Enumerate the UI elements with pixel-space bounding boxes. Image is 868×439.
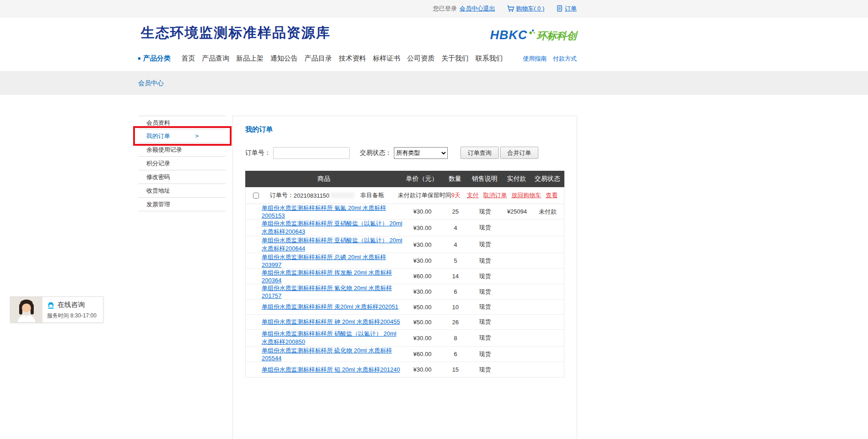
product-link[interactable]: 单组份水质监测标样标样所 硝酸盐（以氮计） 20ml 水质标样200850 xyxy=(262,330,396,345)
table-row: 单组份水质监测标样标样所 挥发酚 20ml 水质标样200364¥60.0014… xyxy=(246,269,564,284)
nav-item-5[interactable]: 产品目录 xyxy=(305,54,332,63)
sidebar-item-arrow-icon: > xyxy=(195,133,199,139)
merge-orders-button[interactable]: 合并订单 xyxy=(500,147,538,159)
qty-cell: 25 xyxy=(442,208,469,215)
order-filter-bar: 订单号： 交易状态： 所有类型 订单查询 合并订单 xyxy=(245,147,564,159)
price-cell: ¥30.00 xyxy=(403,257,442,264)
nav-item-10[interactable]: 联系我们 xyxy=(475,54,503,63)
product-cell: 单组份水质监测标样标样所 挥发酚 20ml 水质标样200364 xyxy=(246,269,403,284)
sidebar-item-1[interactable]: 会员资料 xyxy=(138,116,226,129)
service-title-row: 在线咨询 xyxy=(47,301,97,309)
nav-item-7[interactable]: 标样证书 xyxy=(373,54,400,63)
qty-cell: 4 xyxy=(442,225,469,231)
product-link[interactable]: 单组份水质监测标样标样所 亚硝酸盐（以氮计） 20ml 水质标样200644 xyxy=(262,237,402,252)
order-search-button[interactable]: 订单查询 xyxy=(460,147,499,159)
order-checkbox[interactable] xyxy=(253,193,259,199)
product-link[interactable]: 单组份水质监测标样标样所 铅 20ml 水质标样201240 xyxy=(262,366,400,373)
sidebar-item-label: 发票管理 xyxy=(146,201,170,208)
service-hours: 服务时间 8:30-17:00 xyxy=(47,312,97,320)
product-link[interactable]: 单组份水质监测标样标样所 砷 20ml 水质标样200455 xyxy=(262,318,400,325)
payment-method-link[interactable]: 付款方式 xyxy=(553,55,577,63)
service-title: 在线咨询 xyxy=(57,301,85,309)
product-link[interactable]: 单组份水质监测标样标样所 亚硝酸盐（以氮计） 20ml 水质标样200643 xyxy=(262,220,402,235)
qty-cell: 10 xyxy=(442,304,469,311)
trade-status-select[interactable]: 所有类型 xyxy=(394,147,448,159)
product-cell: 单组份水质监测标样标样所 总磷 20ml 水质标样203997 xyxy=(246,253,403,268)
orders-link[interactable]: 订单 xyxy=(556,5,577,13)
sale-cell: 现货 xyxy=(469,272,501,281)
nav-product-category[interactable]: 产品分类 xyxy=(138,54,170,63)
product-cell: 单组份水质监测标样标样所 亚硝酸盐（以氮计） 20ml 水质标样200644 xyxy=(246,236,403,253)
qq-icon xyxy=(47,301,55,309)
trade-status-filter-label: 交易状态： xyxy=(360,149,392,157)
nav-item-8[interactable]: 公司资质 xyxy=(407,54,434,63)
orders-table: 商品单价（元）数量销售说明实付款交易状态 订单号： 20210831150 非目… xyxy=(245,171,564,378)
sidebar-item-label: 积分记录 xyxy=(146,160,170,167)
sidebar-item-label: 余额使用记录 xyxy=(146,146,182,153)
status-cell: 未付款 xyxy=(533,208,563,216)
order-note: 非目备瓶 xyxy=(361,191,384,199)
table-row: 单组份水质监测标样标样所 氰化物 20ml 水质标样201757¥30.006现… xyxy=(246,284,564,300)
orders-panel: 我的订单 订单号： 交易状态： 所有类型 订单查询 合并订单 商品单价（元）数量… xyxy=(232,116,577,439)
order-action-link-3[interactable]: 放回购物车 xyxy=(512,192,541,199)
sidebar-item-3[interactable]: 余额使用记录 xyxy=(138,143,226,157)
price-cell: ¥30.00 xyxy=(403,208,442,215)
cart-icon xyxy=(507,5,514,12)
company-logo: HBKC 环标科创 xyxy=(490,28,577,43)
sidebar-item-4[interactable]: 积分记录 xyxy=(138,157,226,170)
breadcrumb-band: 会员中心 xyxy=(0,71,868,95)
nav-item-4[interactable]: 通知公告 xyxy=(270,54,298,63)
sidebar-item-5[interactable]: 修改密码 xyxy=(138,170,226,184)
logo-dots-icon xyxy=(529,28,535,35)
page-title: 我的订单 xyxy=(245,125,564,134)
sidebar-item-2[interactable]: 我的订单> xyxy=(138,129,226,143)
order-action-link-1[interactable]: 支付 xyxy=(467,192,479,199)
price-cell: ¥50.00 xyxy=(403,304,442,311)
price-cell: ¥30.00 xyxy=(403,335,442,342)
nav-item-6[interactable]: 技术资料 xyxy=(339,54,366,63)
sidebar-item-6[interactable]: 收货地址 xyxy=(138,184,226,198)
member-center-logout-link[interactable]: 会员中心退出 xyxy=(460,5,495,13)
breadcrumb[interactable]: 会员中心 xyxy=(138,71,577,95)
logo-text-cn: 环标科创 xyxy=(537,29,577,43)
sale-cell: 现货 xyxy=(469,208,501,216)
nav-item-9[interactable]: 关于我们 xyxy=(441,54,469,63)
qty-cell: 26 xyxy=(442,319,469,326)
sidebar-item-7[interactable]: 发票管理 xyxy=(138,198,226,211)
product-link[interactable]: 单组份水质监测标样标样所 汞20ml 水质标样202051 xyxy=(262,303,398,310)
cart-link-label: 购物车( 0 ) xyxy=(516,5,544,13)
order-action-link-4[interactable]: 查看 xyxy=(546,192,558,199)
column-header-4: 销售说明 xyxy=(469,175,501,183)
product-link[interactable]: 单组份水质监测标样标样所 总磷 20ml 水质标样203997 xyxy=(262,254,386,268)
nav-item-1[interactable]: 首页 xyxy=(181,54,195,63)
sale-cell: 现货 xyxy=(469,366,501,374)
product-link[interactable]: 单组份水质监测标样标样所 挥发酚 20ml 水质标样200364 xyxy=(262,269,392,284)
column-header-3: 数量 xyxy=(441,175,469,183)
product-cell: 单组份水质监测标样标样所 砷 20ml 水质标样200455 xyxy=(246,318,403,326)
sale-cell: 现货 xyxy=(469,224,501,232)
table-row: 单组份水质监测标样标样所 汞20ml 水质标样202051¥50.0010现货 xyxy=(246,300,564,315)
table-row: 单组份水质监测标样标样所 硫化物 20ml 水质标样205544¥60.006现… xyxy=(246,347,564,362)
usage-guide-link[interactable]: 使用指南 xyxy=(523,55,547,63)
qty-cell: 6 xyxy=(442,351,469,357)
table-row: 单组份水质监测标样标样所 总磷 20ml 水质标样203997¥30.005现货 xyxy=(246,253,564,269)
product-link[interactable]: 单组份水质监测标样标样所 氨氮 20ml 水质标样2005153 xyxy=(262,204,386,219)
cart-link[interactable]: 购物车( 0 ) xyxy=(507,5,544,13)
service-text-block: 在线咨询 服务时间 8:30-17:00 xyxy=(42,297,101,322)
sale-cell: 现货 xyxy=(469,350,501,358)
sale-cell: 现货 xyxy=(469,288,501,296)
qty-cell: 14 xyxy=(442,273,469,280)
order-action-link-2[interactable]: 取消订单 xyxy=(483,192,507,199)
nav-item-2[interactable]: 产品查询 xyxy=(202,54,229,63)
order-number-input[interactable] xyxy=(273,147,350,159)
sale-cell: 现货 xyxy=(469,303,501,311)
product-link[interactable]: 单组份水质监测标样标样所 硫化物 20ml 水质标样205544 xyxy=(262,347,392,362)
product-cell: 单组份水质监测标样标样所 硝酸盐（以氮计） 20ml 水质标样200850 xyxy=(246,330,403,346)
product-cell: 单组份水质监测标样标样所 铅 20ml 水质标样201240 xyxy=(246,366,403,374)
product-link[interactable]: 单组份水质监测标样标样所 氰化物 20ml 水质标样201757 xyxy=(262,285,392,299)
sale-cell: 现货 xyxy=(469,240,501,249)
customer-service-widget[interactable]: 在线咨询 服务时间 8:30-17:00 xyxy=(10,296,103,323)
topbar: 您已登录 会员中心退出 购物车( 0 ) 订单 xyxy=(0,0,868,17)
price-cell: ¥60.00 xyxy=(403,351,442,357)
nav-item-3[interactable]: 新品上架 xyxy=(236,54,264,63)
